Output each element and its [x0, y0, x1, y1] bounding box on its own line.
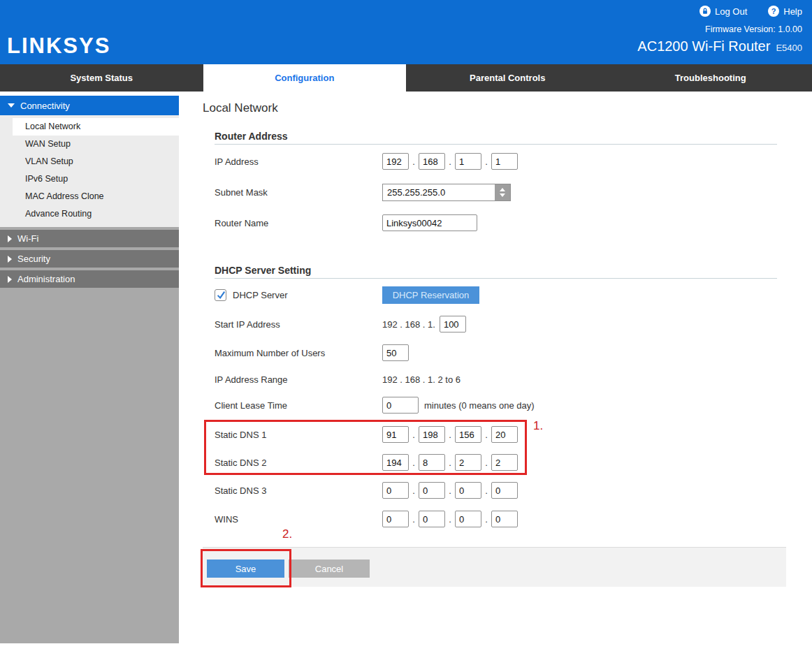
linksys-logo: LINKSYS: [7, 34, 110, 59]
octet-separator: [445, 430, 455, 440]
wins-label: WINS: [215, 514, 382, 525]
product-info: AC1200 Wi-Fi Router E5400: [637, 38, 802, 54]
subnet-mask-value: 255.255.255.0: [383, 184, 495, 200]
octet-separator: [481, 430, 491, 440]
dhcp-server-label: DHCP Server: [233, 290, 288, 300]
static-dns1-octet-1[interactable]: [382, 426, 409, 443]
chevron-right-icon: [8, 276, 12, 283]
ip-range-label: IP Address Range: [215, 374, 382, 385]
sidebar-item-administration[interactable]: Administration: [0, 270, 179, 288]
tab-configuration[interactable]: Configuration: [203, 64, 407, 92]
subnet-mask-select[interactable]: 255.255.255.0: [382, 184, 511, 201]
product-name: AC1200 Wi-Fi Router: [637, 38, 770, 54]
static-dns3-row: Static DNS 3: [215, 481, 518, 499]
static-dns2-octet-1[interactable]: [382, 454, 409, 471]
sidebar-item-ipv6-setup[interactable]: IPv6 Setup: [0, 170, 179, 188]
firmware-version: Firmware Version: 1.0.00: [705, 24, 802, 34]
sidebar-item-vlan-setup[interactable]: VLAN Setup: [0, 153, 179, 170]
octet-separator: [409, 156, 419, 167]
wins-octet-1[interactable]: [382, 511, 409, 527]
wins-octet-3[interactable]: [455, 511, 481, 527]
sidebar-item-connectivity[interactable]: Connectivity: [0, 96, 179, 115]
ip-address-octet-3[interactable]: [455, 153, 481, 170]
sidebar-connectivity-submenu: Local Network WAN Setup VLAN Setup IPv6 …: [0, 115, 179, 227]
help-button[interactable]: ? Help: [768, 6, 802, 17]
sidebar-item-wifi[interactable]: Wi-Fi: [0, 230, 179, 247]
ip-range-value: 192 . 168 . 1. 2 to 6: [382, 374, 461, 385]
logout-button[interactable]: Log Out: [699, 6, 747, 17]
static-dns2-octet-4[interactable]: [491, 454, 518, 471]
ip-range-row: IP Address Range 192 . 168 . 1. 2 to 6: [215, 370, 461, 388]
start-ip-row: Start IP Address 192 . 168 . 1.: [215, 315, 466, 333]
tab-system-status[interactable]: System Status: [0, 64, 203, 92]
static-dns1-octet-3[interactable]: [455, 426, 481, 443]
main-nav-tabs: System Status Configuration Parental Con…: [0, 64, 812, 92]
chevron-right-icon: [8, 235, 12, 242]
sidebar-item-security[interactable]: Security: [0, 250, 179, 268]
divider: [215, 144, 777, 145]
ip-address-octet-2[interactable]: [419, 153, 445, 170]
octet-separator: [445, 514, 455, 525]
ip-address-octet-1[interactable]: [382, 153, 409, 170]
sidebar-security-label: Security: [17, 254, 50, 264]
chevron-right-icon: [8, 256, 12, 263]
octet-separator: [481, 514, 491, 525]
tab-troubleshooting[interactable]: Troubleshooting: [609, 64, 812, 92]
check-icon: [216, 290, 226, 300]
lease-time-row: Client Lease Time minutes (0 means one d…: [215, 396, 535, 414]
start-ip-label: Start IP Address: [215, 319, 382, 330]
static-dns3-octet-1[interactable]: [382, 482, 409, 499]
annotation-step-1: 1.: [533, 419, 543, 433]
annotation-step-2: 2.: [282, 527, 292, 541]
start-ip-input[interactable]: [440, 316, 466, 332]
help-icon: ?: [768, 6, 779, 17]
router-name-input[interactable]: [382, 214, 477, 231]
app-header: LINKSYS Log Out ? Help Firmware Version:…: [0, 0, 812, 64]
sidebar-item-local-network[interactable]: Local Network: [13, 118, 179, 136]
lease-time-input[interactable]: [382, 397, 419, 414]
ip-address-octet-4[interactable]: [491, 153, 518, 170]
chevron-down-icon: [8, 103, 15, 108]
max-users-input[interactable]: [382, 344, 409, 361]
cancel-button[interactable]: Cancel: [289, 560, 370, 578]
static-dns2-octet-2[interactable]: [419, 454, 445, 471]
subnet-mask-label: Subnet Mask: [215, 187, 382, 198]
static-dns3-octet-2[interactable]: [419, 482, 445, 499]
save-button[interactable]: Save: [207, 560, 284, 578]
octet-separator: [409, 485, 419, 496]
model-number: E5400: [776, 43, 802, 53]
wins-octet-4[interactable]: [491, 511, 518, 527]
sidebar-item-mac-address-clone[interactable]: MAC Address Clone: [0, 188, 179, 205]
lease-time-suffix: minutes (0 means one day): [424, 400, 535, 411]
static-dns2-octet-3[interactable]: [455, 454, 481, 471]
static-dns3-octet-3[interactable]: [455, 482, 481, 499]
static-dns2-label: Static DNS 2: [215, 458, 382, 468]
octet-separator: [409, 430, 419, 440]
octet-separator: [481, 485, 491, 496]
octet-separator: [409, 458, 419, 468]
ip-address-label: IP Address: [215, 156, 382, 167]
octet-separator: [445, 156, 455, 167]
section-title-dhcp: DHCP Server Setting: [215, 265, 311, 276]
max-users-label: Maximum Number of Users: [215, 348, 382, 358]
static-dns1-octet-2[interactable]: [419, 426, 445, 443]
dhcp-reservation-button[interactable]: DHCP Reservation: [382, 286, 479, 304]
tab-parental-controls[interactable]: Parental Controls: [406, 64, 609, 92]
lease-time-label: Client Lease Time: [215, 400, 382, 411]
spinner-icon[interactable]: [495, 184, 510, 200]
footer-action-bar: Save Cancel: [203, 547, 786, 587]
section-title-router-address: Router Address: [215, 131, 288, 142]
sidebar-connectivity-label: Connectivity: [20, 101, 70, 111]
static-dns1-octet-4[interactable]: [491, 426, 518, 443]
static-dns3-label: Static DNS 3: [215, 485, 382, 496]
dhcp-server-checkbox[interactable]: [215, 289, 226, 301]
wins-octet-2[interactable]: [419, 511, 445, 527]
sidebar-item-wan-setup[interactable]: WAN Setup: [0, 136, 179, 153]
arrow-up-icon: [500, 188, 505, 191]
sidebar-administration-label: Administration: [17, 274, 75, 284]
sidebar: Connectivity Local Network WAN Setup VLA…: [0, 96, 179, 643]
sidebar-item-advance-routing[interactable]: Advance Routing: [0, 205, 179, 223]
wins-row: WINS: [215, 510, 518, 528]
octet-separator: [481, 458, 491, 468]
static-dns3-octet-4[interactable]: [491, 482, 518, 499]
